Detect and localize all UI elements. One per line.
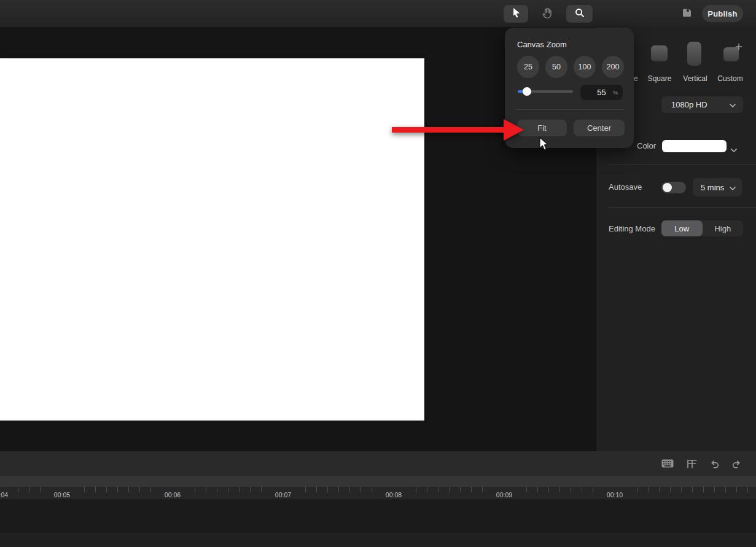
custom-aspect-icon[interactable] (723, 47, 739, 61)
top-toolbar: Publish (0, 0, 756, 27)
chevron-down-icon (730, 100, 736, 109)
cursor-icon (510, 7, 522, 21)
zoom-preset-25[interactable]: 25 (517, 56, 539, 78)
panel-divider (609, 207, 756, 208)
time-label: 00:05 (48, 487, 76, 499)
undo-button[interactable] (707, 457, 721, 470)
save-button[interactable] (678, 5, 695, 23)
zoom-preset-50[interactable]: 50 (545, 56, 567, 78)
zoom-value-input[interactable]: 55 % (580, 85, 623, 100)
editing-mode-low[interactable]: Low (661, 220, 703, 236)
autosave-toggle[interactable] (661, 182, 686, 193)
chevron-down-icon[interactable] (731, 144, 737, 155)
editing-mode-segmented-control: Low High (661, 220, 743, 236)
plus-icon (735, 43, 742, 50)
autosave-interval-dropdown[interactable]: 5 mins (693, 178, 742, 196)
zoom-slider[interactable] (518, 90, 573, 93)
zoom-preset-100[interactable]: 100 (574, 56, 596, 78)
annotation-arrow (389, 117, 527, 144)
time-label: 00:09 (490, 487, 518, 499)
time-label: 00:07 (269, 487, 297, 499)
resolution-value: 1080p HD (671, 100, 707, 109)
resolution-dropdown[interactable]: 1080p HD (661, 96, 743, 113)
hand-tool-button[interactable] (537, 5, 558, 23)
cursor-tool-button[interactable] (504, 5, 528, 23)
frames-button[interactable] (685, 457, 698, 470)
timeline-ruler[interactable]: 00:04 00:05 00:06 00:07 00:08 00:09 00:1… (0, 487, 756, 499)
aspect-option-vertical[interactable]: Vertical (683, 74, 707, 83)
keyboard-icon (661, 459, 674, 468)
zoom-unit: % (613, 90, 618, 96)
time-label: 00:08 (380, 487, 408, 499)
search-icon (574, 7, 585, 21)
editing-mode-high[interactable]: High (703, 220, 744, 236)
panel-divider (609, 165, 756, 165)
search-tool-button[interactable] (566, 5, 593, 23)
toggle-knob (663, 183, 672, 192)
app-window: Publish e Square Vertical Custom 1080p H… (0, 0, 756, 547)
popup-title: Canvas Zoom (517, 40, 567, 49)
time-label: 00:10 (601, 487, 629, 499)
chevron-down-icon (730, 183, 736, 192)
autosave-label: Autosave (609, 182, 642, 192)
ruler-ticks (0, 487, 756, 492)
zoom-preset-200[interactable]: 200 (602, 56, 624, 78)
timeline-scroll-strip[interactable] (0, 476, 756, 487)
frames-icon (686, 459, 697, 469)
aspect-option-custom[interactable]: Custom (717, 74, 742, 83)
color-label: Color (637, 141, 656, 150)
editing-mode-label: Editing Mode (609, 224, 655, 233)
time-label: 00:06 (158, 487, 187, 499)
time-label: 00:04 (0, 487, 14, 499)
mouse-cursor-icon (538, 136, 549, 152)
timeline-track-area[interactable] (0, 499, 756, 533)
autosave-interval-value: 5 mins (701, 183, 724, 192)
square-aspect-icon[interactable] (651, 45, 668, 61)
keyboard-shortcuts-button[interactable] (661, 457, 674, 470)
vertical-aspect-icon[interactable] (687, 42, 701, 66)
timeline-toolbar (0, 451, 756, 476)
color-swatch[interactable] (662, 140, 727, 152)
center-button[interactable]: Center (574, 120, 625, 136)
aspect-partial-label: e (634, 74, 638, 83)
aspect-option-square[interactable]: Square (648, 74, 672, 83)
save-icon (681, 7, 692, 21)
canvas[interactable] (0, 58, 424, 421)
publish-button[interactable]: Publish (702, 5, 743, 22)
zoom-value: 55 (597, 88, 606, 97)
redo-icon (731, 459, 742, 468)
redo-button[interactable] (730, 457, 743, 470)
popup-divider (516, 109, 625, 110)
hand-icon (541, 7, 553, 21)
zoom-slider-thumb[interactable] (523, 87, 531, 96)
bottom-bar (0, 533, 756, 547)
undo-icon (709, 459, 720, 468)
